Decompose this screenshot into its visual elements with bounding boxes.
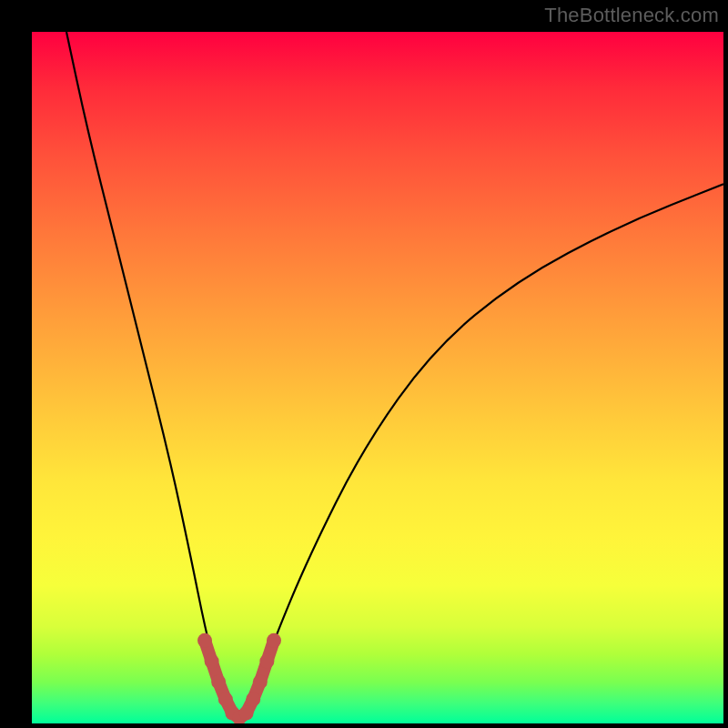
valley-marker-dot [197,633,212,648]
valley-marker-dot [205,654,219,669]
bottleneck-curve [66,32,723,717]
valley-marker-dot [259,654,274,669]
valley-marker-dot [246,692,260,706]
valley-marker-dot [267,633,281,648]
valley-marker-dot [253,674,268,689]
curve-layer [32,32,723,723]
plot-area [32,32,723,723]
chart-stage: TheBottleneck.com [0,0,728,728]
valley-markers [197,633,281,723]
curve-path [66,32,723,717]
valley-marker-dot [211,674,226,689]
valley-marker-dot [239,706,254,721]
valley-marker-dot [218,692,233,706]
watermark-text: TheBottleneck.com [544,4,719,27]
